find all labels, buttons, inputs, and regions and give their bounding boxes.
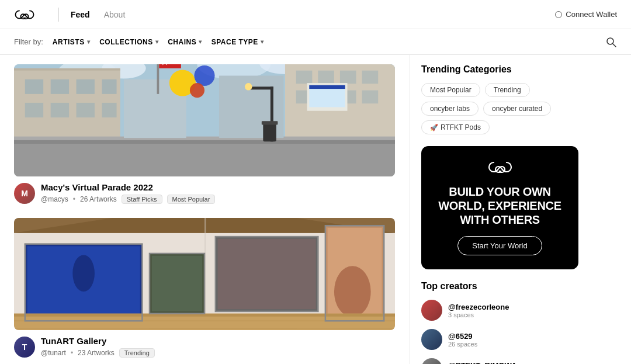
svg-rect-44 [262, 121, 278, 124]
search-icon [605, 36, 617, 48]
svg-rect-53 [152, 256, 203, 311]
svg-rect-14 [51, 103, 69, 117]
svg-rect-25 [362, 91, 379, 104]
svg-rect-26 [14, 141, 395, 176]
filter-chains-button[interactable]: CHAINS ▾ [168, 38, 202, 46]
tag-rtfkt-label: RTFKT Pods [441, 123, 481, 131]
svg-point-35 [194, 65, 214, 86]
svg-rect-13 [25, 103, 43, 117]
feed-card-tunart: T TunART Gallery @tunart • 23 Artworks T… [14, 218, 395, 358]
svg-rect-43 [263, 123, 276, 141]
svg-point-51 [72, 255, 95, 292]
logo[interactable] [14, 9, 35, 20]
creator-name-2[interactable]: @6529 [448, 332, 578, 341]
top-creators-list: @freezecorleone 3 spaces @6529 26 spaces… [421, 300, 578, 364]
header-right: Connect Wallet [555, 10, 617, 19]
card-author-macys[interactable]: @macys [41, 195, 68, 203]
creator-spaces-1: 3 spaces [448, 311, 578, 318]
build-world-card: BUILD YOUR OWN WORLD, EXPERIENCE WITH OT… [421, 146, 578, 269]
card-avatar-macys: M [14, 183, 35, 204]
tag-trending[interactable]: Trending [485, 83, 530, 97]
avatar-tunart-inner: T [14, 337, 35, 358]
tag-rtfkt-pods[interactable]: 🚀 RTFKT Pods [421, 120, 490, 134]
header-divider [58, 8, 59, 22]
card-avatar-tunart: T [14, 337, 35, 358]
build-world-logo [487, 160, 513, 176]
svg-rect-31 [157, 64, 160, 94]
svg-rect-16 [102, 103, 116, 117]
creator-info-1: @freezecorleone 3 spaces [448, 303, 578, 318]
svg-rect-12 [102, 79, 116, 94]
card-tag-trending[interactable]: Trending [119, 348, 155, 358]
card-tag-staff-picks[interactable]: Staff Picks [122, 195, 162, 204]
svg-point-0 [607, 38, 613, 44]
card-artworks-macys: 26 Artworks [80, 195, 117, 203]
svg-point-59 [334, 266, 371, 317]
svg-rect-28 [14, 137, 395, 140]
creator-name-3[interactable]: @RTFKTxRIMOWA [448, 361, 578, 365]
filter-bar: Filter by: ARTISTS ▾ COLLECTIONS ▾ CHAIN… [0, 29, 631, 55]
search-button[interactable] [605, 36, 617, 48]
svg-rect-38 [248, 86, 273, 89]
svg-rect-18 [296, 71, 313, 84]
main-nav: Feed About [71, 10, 125, 19]
build-world-logo-icon [487, 160, 513, 174]
search-area [605, 36, 617, 48]
card-title-macys[interactable]: Macy's Virtual Parade 2022 [41, 182, 395, 192]
filter-collections-button[interactable]: COLLECTIONS ▾ [99, 38, 158, 46]
nav-about[interactable]: About [104, 10, 126, 19]
feed-column: ★ [0, 55, 409, 364]
nav-feed[interactable]: Feed [71, 10, 90, 19]
chains-chevron-icon: ▾ [199, 39, 202, 45]
street-scene-illustration: ★ [14, 64, 395, 176]
svg-rect-56 [218, 239, 316, 309]
filter-by-label: Filter by: [14, 37, 43, 46]
card-tag-most-popular[interactable]: Most Popular [167, 195, 216, 204]
creator-info-3: @RTFKTxRIMOWA 2 spaces [448, 361, 578, 365]
filter-collections-label: COLLECTIONS [99, 38, 153, 46]
svg-rect-42 [309, 85, 345, 89]
svg-point-36 [190, 83, 204, 98]
svg-rect-19 [318, 71, 334, 84]
filter-space-type-button[interactable]: SPACE TYPE ▾ [212, 38, 264, 46]
build-world-title: BUILD YOUR OWN WORLD, EXPERIENCE WITH OT… [433, 185, 567, 227]
svg-rect-11 [77, 79, 95, 94]
filter-artists-label: ARTISTS [53, 38, 85, 46]
svg-rect-15 [77, 103, 95, 117]
tag-oncyber-labs[interactable]: oncyber labs [421, 102, 479, 116]
space-type-chevron-icon: ▾ [261, 39, 264, 45]
svg-rect-8 [14, 68, 120, 71]
main-content: ★ [0, 55, 631, 364]
trending-tags: Most Popular Trending oncyber labs oncyb… [421, 83, 578, 134]
logo-icon [14, 9, 35, 20]
avatar-macys-inner: M [14, 183, 35, 204]
card-info-tunart: T TunART Gallery @tunart • 23 Artworks T… [14, 336, 395, 358]
creator-name-1[interactable]: @freezecorleone [448, 303, 578, 311]
svg-rect-10 [51, 79, 69, 94]
card-meta-macys: @macys • 26 Artworks Staff Picks Most Po… [41, 195, 395, 204]
creator-avatar-2 [421, 329, 442, 350]
svg-rect-20 [340, 71, 356, 84]
card-image-tunart[interactable] [14, 218, 395, 330]
svg-point-39 [245, 83, 252, 91]
svg-text:★: ★ [161, 64, 169, 67]
wallet-circle-icon [555, 11, 562, 18]
creator-spaces-2: 26 spaces [448, 341, 578, 348]
start-your-world-button[interactable]: Start Your World [457, 236, 542, 255]
tag-most-popular[interactable]: Most Popular [421, 83, 480, 97]
rtfkt-icon: 🚀 [430, 124, 438, 131]
gallery-scene-illustration [14, 218, 395, 330]
collections-chevron-icon: ▾ [155, 39, 159, 45]
card-title-tunart[interactable]: TunART Gallery [41, 336, 395, 346]
filter-artists-button[interactable]: ARTISTS ▾ [53, 38, 90, 46]
svg-rect-21 [362, 71, 379, 84]
card-dot-2: • [71, 349, 73, 357]
sidebar: Trending Categories Most Popular Trendin… [409, 55, 590, 364]
svg-line-1 [613, 44, 616, 47]
card-author-tunart[interactable]: @tunart [41, 349, 66, 357]
card-meta-tunart: @tunart • 23 Artworks Trending [41, 348, 395, 358]
card-image-macys[interactable]: ★ [14, 64, 395, 176]
connect-wallet-button[interactable]: Connect Wallet [555, 10, 617, 19]
tag-oncyber-curated[interactable]: oncyber curated [483, 102, 551, 116]
top-creators-title: Top creators [421, 281, 578, 292]
